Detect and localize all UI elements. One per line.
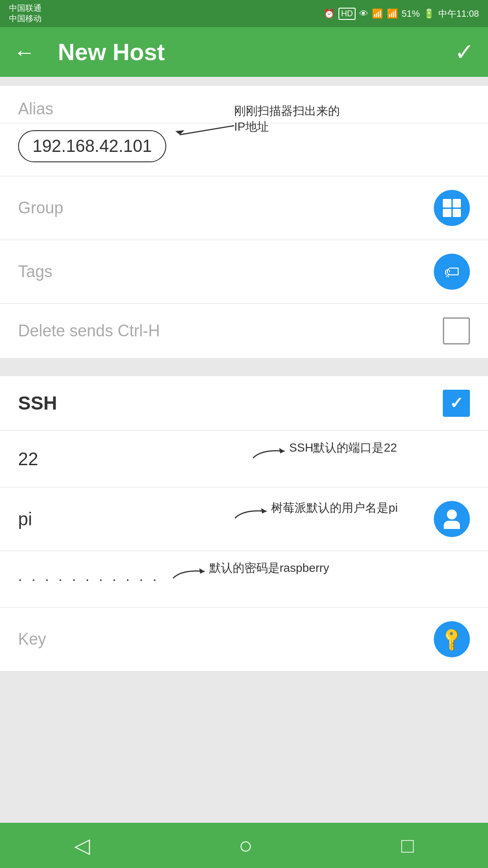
nav-bar: ◁ ○ □ <box>0 823 488 868</box>
svg-marker-3 <box>261 508 267 514</box>
key-label: Key <box>18 630 434 649</box>
ip-annotation-text: 刚刚扫描器扫出来的 IP地址 <box>234 103 340 135</box>
svg-marker-4 <box>199 568 205 574</box>
svg-line-0 <box>180 126 234 135</box>
ssh-card: SSH 22 SSH默认的端口是22 pi <box>0 376 488 671</box>
username-annotation-text: 树莓派默认的用户名是pi <box>271 500 398 516</box>
delete-ctrl-h-row: Delete sends Ctrl-H <box>0 304 488 358</box>
nav-home-button[interactable]: ○ <box>239 832 253 859</box>
host-details-card: Alias 192.168.42.101 刚刚扫描器扫出来的 IP地址 <box>0 86 488 358</box>
battery-icon: 🔋 <box>423 8 435 19</box>
username-row: pi 树莓派默认的用户名是pi <box>0 487 488 551</box>
eye-icon: 👁 <box>359 9 368 19</box>
key-row: Key 🔑 <box>0 608 488 671</box>
port-annotation-text: SSH默认的端口是22 <box>289 440 397 456</box>
content: Alias 192.168.42.101 刚刚扫描器扫出来的 IP地址 <box>0 77 488 671</box>
app-bar: ← New Host ✓ <box>0 27 488 77</box>
group-row: Group <box>0 176 488 240</box>
group-label: Group <box>18 198 434 217</box>
page-title: New Host <box>58 38 455 66</box>
password-row: · · · · · · · · · · · 默认的密码是raspberry <box>0 551 488 608</box>
battery-text: 51% <box>402 9 420 19</box>
password-value[interactable]: · · · · · · · · · · · <box>18 571 160 588</box>
section-divider <box>0 367 488 376</box>
signal2-icon: 📶 <box>387 8 398 19</box>
tag-icon: 🏷 <box>444 263 460 281</box>
group-button[interactable] <box>434 190 470 226</box>
carrier1: 中国联通 <box>9 3 42 14</box>
ssh-row: SSH <box>0 376 488 431</box>
tags-label: Tags <box>18 262 434 281</box>
tags-row: Tags 🏷 <box>0 240 488 304</box>
tags-button[interactable]: 🏷 <box>434 254 470 290</box>
carrier2: 中国移动 <box>9 14 42 24</box>
key-icon: 🔑 <box>438 625 466 653</box>
password-annotation-text: 默认的密码是raspberry <box>209 560 329 576</box>
alarm-icon: ⏰ <box>324 8 335 19</box>
ssh-label: SSH <box>18 392 443 414</box>
delete-ctrl-h-label: Delete sends Ctrl-H <box>18 321 443 340</box>
carrier-info: 中国联通 中国移动 <box>9 3 42 24</box>
key-button[interactable]: 🔑 <box>434 621 470 657</box>
username-value[interactable]: pi <box>18 509 221 529</box>
status-bar: 中国联通 中国移动 ⏰ HD 👁 📶 📶 51% 🔋 中午11:08 <box>0 0 488 27</box>
ssh-checkbox[interactable] <box>443 390 470 417</box>
back-button[interactable]: ← <box>14 40 35 65</box>
confirm-button[interactable]: ✓ <box>455 38 474 66</box>
ssh-port-row: 22 SSH默认的端口是22 <box>0 431 488 487</box>
ssh-port-value[interactable]: 22 <box>18 449 239 469</box>
nav-back-button[interactable]: ◁ <box>74 833 90 858</box>
signal1-icon: 📶 <box>372 8 383 19</box>
time: 中午11:08 <box>438 8 479 20</box>
status-icons: ⏰ HD 👁 📶 📶 51% 🔋 中午11:08 <box>324 8 479 20</box>
nav-recent-button[interactable]: □ <box>401 833 414 858</box>
delete-ctrl-h-checkbox[interactable] <box>443 317 470 344</box>
ip-row: 192.168.42.101 刚刚扫描器扫出来的 IP地址 <box>0 123 488 176</box>
svg-marker-2 <box>279 448 285 453</box>
hd-icon: HD <box>338 8 356 20</box>
person-icon <box>444 509 460 529</box>
group-icon <box>443 199 461 217</box>
username-button[interactable] <box>434 501 470 537</box>
